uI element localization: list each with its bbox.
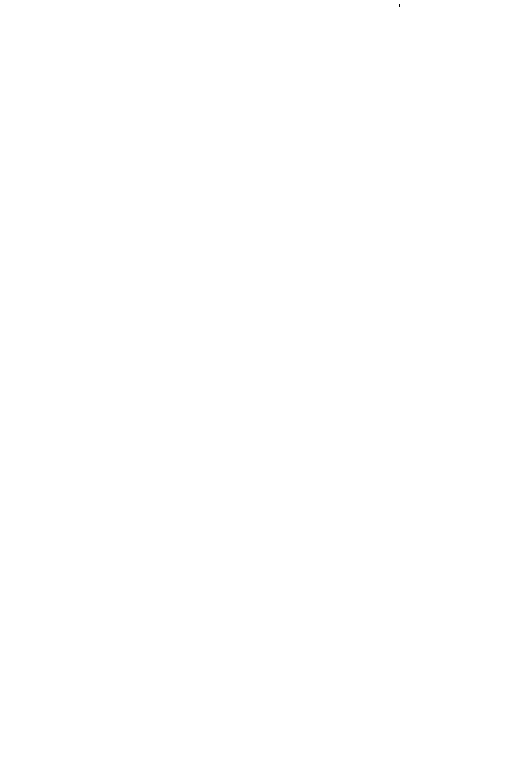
class-title: AbstractMeshReader< ELEMENT_DIM, SPACE_D… [132,4,399,7]
class-abstract-mesh-reader[interactable]: AbstractMeshReader< ELEMENT_DIM, SPACE_D… [132,4,400,7]
